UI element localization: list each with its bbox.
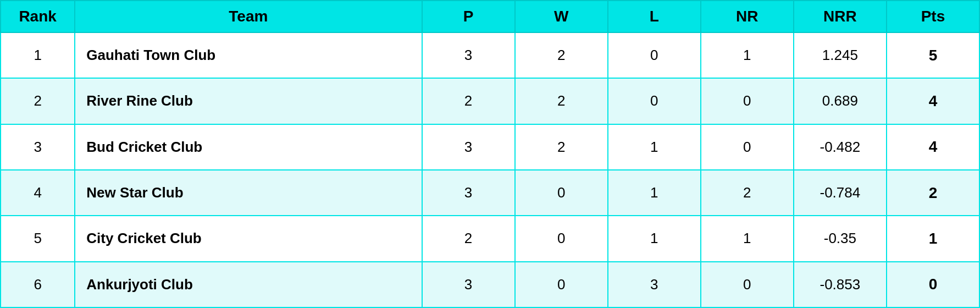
cell-p: 2 xyxy=(422,216,515,261)
cell-team: Ankurjyoti Club xyxy=(75,262,422,307)
cell-pts: 5 xyxy=(887,32,979,78)
cell-rank: 5 xyxy=(1,216,75,261)
header-w: W xyxy=(515,1,608,32)
cell-nrr: 0.689 xyxy=(794,78,887,124)
cell-team: Bud Cricket Club xyxy=(75,124,422,170)
cell-p: 2 xyxy=(422,78,515,124)
cell-pts: 0 xyxy=(887,262,979,307)
cell-rank: 6 xyxy=(1,262,75,307)
cell-nrr: -0.784 xyxy=(794,170,887,216)
cell-p: 3 xyxy=(422,262,515,307)
cell-l: 3 xyxy=(608,262,701,307)
cell-nr: 0 xyxy=(701,262,794,307)
cell-pts: 2 xyxy=(887,170,979,216)
cell-nr: 0 xyxy=(701,78,794,124)
table-row: 5City Cricket Club2011-0.351 xyxy=(1,216,979,261)
cell-w: 2 xyxy=(515,32,608,78)
cell-w: 2 xyxy=(515,124,608,170)
cell-w: 0 xyxy=(515,216,608,261)
standings-table-container: Rank Team P W L NR NRR Pts 1Gauhati Town… xyxy=(0,0,980,308)
standings-table: Rank Team P W L NR NRR Pts 1Gauhati Town… xyxy=(0,0,980,308)
cell-nr: 1 xyxy=(701,216,794,261)
cell-rank: 2 xyxy=(1,78,75,124)
cell-rank: 1 xyxy=(1,32,75,78)
table-row: 2River Rine Club22000.6894 xyxy=(1,78,979,124)
header-nrr: NRR xyxy=(794,1,887,32)
cell-l: 0 xyxy=(608,78,701,124)
header-l: L xyxy=(608,1,701,32)
table-row: 6Ankurjyoti Club3030-0.8530 xyxy=(1,262,979,307)
cell-w: 0 xyxy=(515,262,608,307)
table-header-row: Rank Team P W L NR NRR Pts xyxy=(1,1,979,32)
cell-nr: 1 xyxy=(701,32,794,78)
cell-nrr: 1.245 xyxy=(794,32,887,78)
header-nr: NR xyxy=(701,1,794,32)
cell-p: 3 xyxy=(422,170,515,216)
cell-p: 3 xyxy=(422,124,515,170)
cell-w: 0 xyxy=(515,170,608,216)
cell-l: 1 xyxy=(608,216,701,261)
cell-p: 3 xyxy=(422,32,515,78)
cell-team: New Star Club xyxy=(75,170,422,216)
cell-team: City Cricket Club xyxy=(75,216,422,261)
cell-pts: 4 xyxy=(887,124,979,170)
cell-w: 2 xyxy=(515,78,608,124)
cell-team: Gauhati Town Club xyxy=(75,32,422,78)
header-p: P xyxy=(422,1,515,32)
cell-team: River Rine Club xyxy=(75,78,422,124)
table-row: 4New Star Club3012-0.7842 xyxy=(1,170,979,216)
header-pts: Pts xyxy=(887,1,979,32)
cell-rank: 4 xyxy=(1,170,75,216)
header-team: Team xyxy=(75,1,422,32)
cell-nrr: -0.35 xyxy=(794,216,887,261)
cell-rank: 3 xyxy=(1,124,75,170)
cell-pts: 4 xyxy=(887,78,979,124)
cell-nr: 0 xyxy=(701,124,794,170)
cell-nr: 2 xyxy=(701,170,794,216)
cell-l: 0 xyxy=(608,32,701,78)
table-row: 1Gauhati Town Club32011.2455 xyxy=(1,32,979,78)
cell-nrr: -0.482 xyxy=(794,124,887,170)
cell-nrr: -0.853 xyxy=(794,262,887,307)
cell-l: 1 xyxy=(608,170,701,216)
header-rank: Rank xyxy=(1,1,75,32)
table-row: 3Bud Cricket Club3210-0.4824 xyxy=(1,124,979,170)
cell-pts: 1 xyxy=(887,216,979,261)
cell-l: 1 xyxy=(608,124,701,170)
